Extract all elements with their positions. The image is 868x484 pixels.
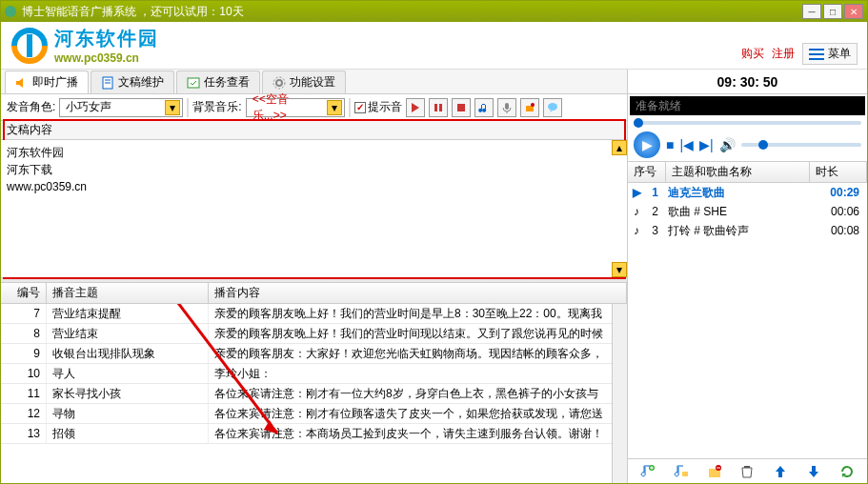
pencil-icon — [809, 49, 824, 60]
mic-button[interactable] — [497, 98, 516, 117]
col-dur[interactable]: 时长 — [810, 162, 867, 182]
col-seq[interactable]: 序号 — [628, 162, 666, 182]
speaker-icon — [15, 76, 29, 90]
voice-role-label: 发音角色: — [7, 99, 55, 115]
broadcast-table: 编号 播音主题 播音内容 7营业结束提醒亲爱的顾客朋友晚上好！我们的营业时间是早… — [1, 283, 627, 483]
chat-button[interactable] — [543, 98, 562, 117]
scroll-up-button[interactable]: ▴ — [612, 140, 627, 155]
player-status: 准备就绪 — [630, 96, 865, 115]
content-textarea[interactable]: 河东软件园 河东下载 www.pc0359.cn ▴ ▾ — [1, 140, 627, 277]
logo-bar: 河东软件园 www.pc0359.cn 购买 注册 菜单 — [1, 22, 867, 70]
doc-icon — [101, 76, 114, 90]
notify-button[interactable] — [520, 98, 539, 117]
chevron-down-icon: ▾ — [327, 100, 342, 115]
voice-role-select[interactable]: 小巧女声 ▾ — [59, 98, 183, 117]
stop-button[interactable] — [452, 98, 471, 117]
track-icon: ♪ — [630, 224, 643, 237]
progress-slider[interactable] — [634, 121, 861, 125]
register-link[interactable]: 注册 — [772, 46, 795, 62]
window-title: 博士智能语音广播系统 ，还可以试用：10天 — [22, 4, 802, 20]
toolbar: 发音角色: 小巧女声 ▾ 背景音乐: <<空音乐...>> ▾ ✓ 提示音 — [1, 94, 627, 121]
svg-rect-3 — [809, 49, 824, 50]
svg-rect-12 — [434, 104, 437, 111]
table-row[interactable]: 13招领各位来宾请注意：本商场员工捡到皮夹一个，请失主速到服务台认领。谢谢！ — [1, 424, 627, 444]
tip-sound-checkbox[interactable]: ✓ 提示音 — [354, 99, 402, 115]
player-play-button[interactable]: ▶ — [634, 131, 660, 158]
delete-button[interactable] — [737, 462, 757, 481]
bgm-label: 背景音乐: — [192, 99, 241, 115]
right-panel: 09: 30: 50 准备就绪 ▶ ■ |◀ ▶| 🔊 序号 主题和歌曲名称 — [628, 70, 867, 483]
col-content[interactable]: 播音内容 — [209, 283, 627, 303]
chevron-down-icon: ▾ — [165, 100, 180, 115]
player-prev-button[interactable]: |◀ — [679, 137, 694, 152]
logo: 河东软件园 www.pc0359.cn — [10, 26, 159, 65]
app-window: 博士智能语音广播系统 ，还可以试用：10天 ─ □ ✕ 河东软件园 www.pc… — [0, 0, 868, 484]
refresh-button[interactable] — [838, 462, 857, 481]
add-music-button[interactable] — [638, 462, 657, 481]
svg-point-16 — [531, 103, 535, 107]
playlist-row[interactable]: ▶1迪克兰歌曲00:29 — [628, 183, 867, 202]
clock: 09: 30: 50 — [628, 70, 867, 94]
playlist-row[interactable]: ♪3打铃 # 歌曲铃声00:08 — [628, 221, 867, 240]
svg-rect-9 — [188, 78, 199, 88]
svg-point-10 — [276, 80, 282, 86]
volume-icon[interactable]: 🔊 — [719, 137, 736, 152]
playing-icon: ▶ — [630, 186, 643, 199]
player-next-button[interactable]: ▶| — [699, 137, 714, 152]
content-header: 文稿内容 — [1, 121, 627, 140]
tab-instant-broadcast[interactable]: 即时广播 — [5, 71, 89, 93]
menu-button[interactable]: 菜单 — [802, 43, 858, 65]
add-folder-button[interactable] — [672, 462, 691, 481]
table-scrollbar[interactable] — [612, 304, 627, 483]
close-button[interactable]: ✕ — [844, 4, 863, 19]
table-row[interactable]: 7营业结束提醒亲爱的顾客朋友晚上好！我们的营业时间是早上8：30至晚上22：00… — [1, 304, 627, 324]
playlist-header: 序号 主题和歌曲名称 时长 — [628, 162, 867, 183]
logo-mark-icon — [10, 27, 49, 65]
svg-rect-2 — [27, 34, 32, 57]
table-row[interactable]: 12寻物各位来宾请注意：刚才有位顾客遗失了皮夹一个，如果您拾获或发现，请您送 — [1, 404, 627, 424]
svg-rect-14 — [457, 104, 465, 111]
bgm-select[interactable]: <<空音乐...>> ▾ — [246, 98, 345, 117]
table-row[interactable]: 11家长寻找小孩各位来宾请注意：刚才有一位大约8岁，身穿白色上衣，黑色裤子的小女… — [1, 384, 627, 404]
app-icon — [5, 6, 16, 17]
col-name[interactable]: 主题和歌曲名称 — [666, 162, 810, 182]
svg-rect-13 — [439, 104, 442, 111]
svg-rect-15 — [505, 103, 509, 110]
table-row[interactable]: 9收银台出现排队现象亲爱的顾客朋友：大家好！欢迎您光临天虹购物商场。现因结帐的顾… — [1, 344, 627, 364]
col-topic[interactable]: 播音主题 — [47, 283, 209, 303]
maximize-button[interactable]: □ — [823, 4, 842, 19]
playlist-toolbar — [628, 458, 867, 483]
tab-settings[interactable]: 功能设置 — [262, 71, 346, 93]
move-down-button[interactable] — [804, 462, 823, 481]
left-panel: 即时广播 文稿维护 任务查看 功能设置 发音角色: 小巧女声 — [1, 70, 628, 483]
col-num[interactable]: 编号 — [1, 283, 47, 303]
svg-point-17 — [548, 103, 557, 111]
player-stop-button[interactable]: ■ — [666, 137, 674, 152]
titlebar[interactable]: 博士智能语音广播系统 ，还可以试用：10天 ─ □ ✕ — [1, 1, 867, 22]
svg-rect-20 — [682, 472, 688, 476]
logo-text-cn: 河东软件园 — [54, 26, 159, 51]
music-note-button[interactable] — [474, 98, 494, 117]
gear-icon — [273, 76, 286, 90]
logo-text-en: www.pc0359.cn — [54, 51, 159, 65]
track-icon: ♪ — [630, 205, 643, 218]
play-button[interactable] — [406, 98, 425, 117]
playlist-row[interactable]: ♪2歌曲 # SHE00:06 — [628, 202, 867, 221]
tab-task-view[interactable]: 任务查看 — [176, 71, 260, 93]
table-row[interactable]: 10寻人李玲小姐： — [1, 364, 627, 384]
tab-script-maintain[interactable]: 文稿维护 — [91, 71, 174, 93]
checkbox-checked-icon: ✓ — [354, 102, 366, 113]
svg-rect-4 — [809, 53, 824, 55]
pause-button[interactable] — [429, 98, 448, 117]
player: 准备就绪 ▶ ■ |◀ ▶| 🔊 — [628, 94, 867, 162]
svg-rect-5 — [809, 58, 824, 60]
table-row[interactable]: 8营业结束亲爱的顾客朋友晚上好！我们的营业时间现以结束。又到了跟您说再见的时候 — [1, 324, 627, 344]
buy-link[interactable]: 购买 — [741, 46, 764, 62]
volume-slider[interactable] — [741, 143, 861, 147]
minimize-button[interactable]: ─ — [802, 4, 821, 19]
scroll-down-button[interactable]: ▾ — [612, 262, 627, 277]
playlist-body[interactable]: ▶1迪克兰歌曲00:29♪2歌曲 # SHE00:06♪3打铃 # 歌曲铃声00… — [628, 183, 867, 458]
task-icon — [187, 76, 200, 90]
move-up-button[interactable] — [771, 462, 790, 481]
remove-button[interactable] — [705, 462, 724, 481]
